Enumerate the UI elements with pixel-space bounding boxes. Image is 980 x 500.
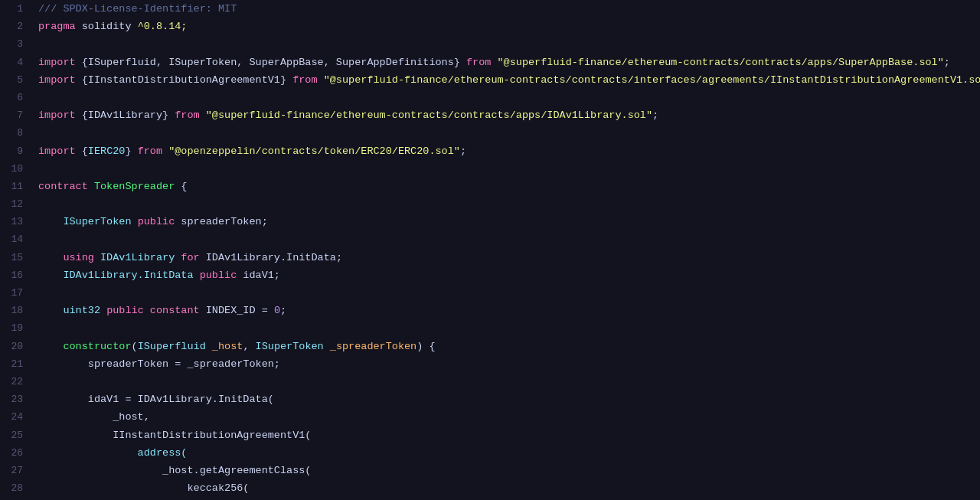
- code-token: {IInstantDistributionAgreementV1}: [82, 74, 286, 86]
- line-number: 4: [6, 54, 23, 71]
- code-token: constructor: [38, 341, 132, 352]
- code-token: {IDAv1Library}: [82, 109, 168, 121]
- code-token: "@superfluid-finance/ethereum-contracts/…: [206, 109, 652, 121]
- code-token: import: [38, 74, 82, 86]
- code-token: import: [38, 57, 82, 68]
- code-token: using: [38, 252, 100, 263]
- code-token: public: [106, 305, 150, 316]
- code-token: IDAv1Library: [100, 252, 175, 263]
- code-token: solidity: [82, 21, 138, 32]
- code-line: _host,: [38, 408, 980, 426]
- code-token: from: [286, 74, 324, 86]
- line-number: 14: [6, 230, 23, 248]
- code-token: ;: [460, 145, 466, 157]
- code-token: _host,: [38, 411, 150, 423]
- code-token: idaV1;: [243, 270, 280, 281]
- code-line: import {IInstantDistributionAgreementV1}…: [38, 71, 980, 89]
- code-token: public: [200, 270, 243, 281]
- line-number: 28: [6, 479, 23, 497]
- line-number: 11: [6, 178, 23, 195]
- line-number: 18: [6, 302, 23, 319]
- code-token: keccak256(: [38, 482, 249, 494]
- code-token: import: [38, 109, 82, 121]
- code-token: ISuperToken: [38, 216, 138, 227]
- code-token: uint32: [38, 305, 106, 316]
- code-token: spreaderToken;: [181, 216, 267, 227]
- line-number: 13: [6, 213, 23, 230]
- line-number: 7: [6, 106, 23, 124]
- code-token: _spreaderToken: [330, 341, 416, 352]
- code-token: TokenSpreader: [94, 181, 175, 192]
- code-token: from: [132, 145, 169, 157]
- code-line: /// SPDX-License-Identifier: MIT: [38, 0, 980, 18]
- code-line: [38, 284, 980, 302]
- code-token: ^0.8.14;: [138, 21, 188, 32]
- code-line: [38, 124, 980, 142]
- code-content: 1234567891011121314151617181920212223242…: [0, 0, 980, 500]
- line-number: 21: [6, 355, 23, 373]
- line-number: 23: [6, 391, 23, 408]
- code-token: import: [38, 145, 82, 157]
- code-token: _host.getAgreementClass(: [38, 465, 311, 476]
- code-line: contract TokenSpreader {: [38, 178, 980, 195]
- code-token: for: [175, 252, 206, 263]
- code-token: ,: [243, 341, 255, 352]
- code-line: import {IERC20} from "@openzeppelin/cont…: [38, 142, 980, 160]
- line-number: 3: [6, 35, 23, 53]
- code-token: {ISuperfluid, ISuperToken, SuperAppBase,…: [82, 57, 460, 68]
- line-number: 5: [6, 71, 23, 89]
- code-token: IInstantDistributionAgreementV1(: [38, 430, 311, 441]
- code-line: pragma solidity ^0.8.14;: [38, 18, 980, 35]
- code-line: using IDAv1Library for IDAv1Library.Init…: [38, 249, 980, 266]
- code-token: (: [132, 341, 138, 352]
- line-number: 10: [6, 160, 23, 178]
- code-token: IERC20: [88, 145, 126, 157]
- line-number: 1: [6, 0, 23, 18]
- code-token: "@superfluid-finance/ethereum-contracts/…: [324, 74, 980, 86]
- code-token: ISuperfluid: [138, 341, 212, 352]
- line-number: 15: [6, 249, 23, 266]
- line-number: 26: [6, 444, 23, 462]
- code-token: from: [460, 57, 498, 68]
- code-token: }: [125, 145, 131, 157]
- line-numbers: 1234567891011121314151617181920212223242…: [0, 0, 32, 500]
- code-token: ISuperToken: [256, 341, 330, 352]
- line-number: 17: [6, 284, 23, 302]
- code-token: _host: [212, 341, 243, 352]
- code-line: uint32 public constant INDEX_ID = 0;: [38, 302, 980, 319]
- code-line: [38, 230, 980, 248]
- code-token: IDAv1Library.InitData;: [206, 252, 342, 263]
- code-token: public: [138, 216, 181, 227]
- code-token: INDEX_ID =: [206, 305, 274, 316]
- code-token: spreaderToken = _spreaderToken;: [38, 358, 280, 370]
- code-token: from: [168, 109, 206, 121]
- code-line: [38, 195, 980, 213]
- code-token: contract: [38, 181, 94, 192]
- code-line: [38, 160, 980, 178]
- line-number: 6: [6, 89, 23, 106]
- code-line: import {ISuperfluid, ISuperToken, SuperA…: [38, 54, 980, 71]
- code-line: _host.getAgreementClass(: [38, 462, 980, 479]
- line-number: 9: [6, 142, 23, 160]
- code-editor: 1234567891011121314151617181920212223242…: [0, 0, 980, 500]
- line-number: 27: [6, 462, 23, 479]
- code-line: constructor(ISuperfluid _host, ISuperTok…: [38, 338, 980, 355]
- code-line: keccak256(: [38, 479, 980, 497]
- line-number: 25: [6, 426, 23, 444]
- code-line: [38, 373, 980, 391]
- code-line: ISuperToken public spreaderToken;: [38, 213, 980, 230]
- line-number: 19: [6, 319, 23, 337]
- code-token: /// SPDX-License-Identifier: MIT: [38, 3, 237, 15]
- code-line: [38, 89, 980, 106]
- code-line: address(: [38, 444, 980, 462]
- code-token: idaV1 = IDAv1Library.InitData(: [38, 394, 274, 405]
- code-token: pragma: [38, 21, 82, 32]
- code-line: [38, 319, 980, 337]
- code-line: idaV1 = IDAv1Library.InitData(: [38, 391, 980, 408]
- line-number: 2: [6, 18, 23, 35]
- code-token: ) {: [416, 341, 435, 352]
- code-line: [38, 35, 980, 53]
- code-token: IDAv1Library.InitData: [38, 270, 200, 281]
- code-line: import {IDAv1Library} from "@superfluid-…: [38, 106, 980, 124]
- line-number: 20: [6, 338, 23, 355]
